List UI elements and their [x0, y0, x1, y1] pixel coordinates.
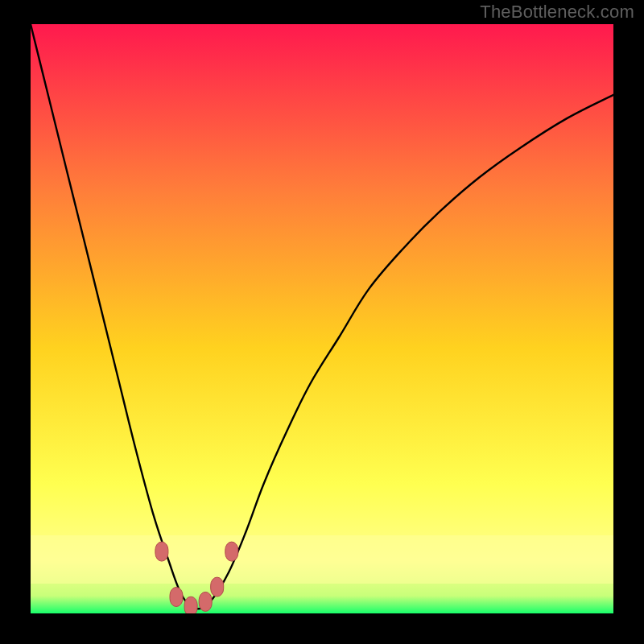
curve-marker — [184, 597, 197, 613]
curve-marker — [199, 592, 212, 611]
app-frame: TheBottleneck.com — [0, 0, 644, 644]
curve-marker — [211, 577, 224, 597]
curve-marker — [155, 542, 168, 561]
watermark-text: TheBottleneck.com — [480, 2, 634, 23]
curve-marker — [170, 588, 183, 607]
pale-band — [31, 535, 613, 584]
gradient-background — [31, 24, 613, 613]
plot-area — [31, 24, 613, 613]
chart-svg — [31, 24, 613, 613]
curve-marker — [225, 542, 238, 561]
